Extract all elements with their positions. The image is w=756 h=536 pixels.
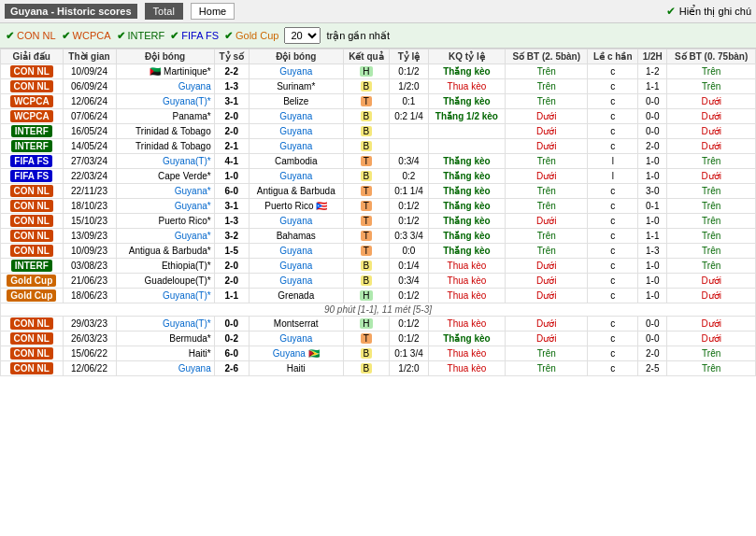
team1[interactable]: Guadeloupe(T)* bbox=[116, 274, 214, 289]
le-c: c bbox=[588, 199, 638, 214]
le-c: c bbox=[588, 229, 638, 244]
team1[interactable]: Guyana(T)* bbox=[116, 94, 214, 109]
team2[interactable]: Surinam* bbox=[249, 79, 343, 94]
league-badge[interactable]: CON NL bbox=[10, 347, 53, 360]
league-badge[interactable]: WCPCA bbox=[10, 110, 53, 122]
team2[interactable]: Guyana bbox=[249, 331, 343, 346]
match-score: 0-2 bbox=[214, 331, 249, 346]
team1[interactable]: Guyana(T)* bbox=[116, 317, 214, 331]
team2[interactable]: Guyana bbox=[249, 274, 343, 289]
team2[interactable]: Guyana bbox=[249, 259, 343, 274]
team2[interactable]: Grenada bbox=[249, 289, 343, 303]
team1[interactable]: Puerto Rico* bbox=[116, 214, 214, 229]
match-date: 15/10/23 bbox=[63, 214, 116, 229]
team1[interactable]: Guyana* bbox=[116, 229, 214, 244]
so-bt: Trên bbox=[506, 184, 588, 199]
league-badge[interactable]: INTERF bbox=[11, 125, 52, 137]
show-note-check: ✔ bbox=[666, 5, 676, 18]
tab-home[interactable]: Home bbox=[191, 3, 235, 20]
league-badge[interactable]: Gold Cup bbox=[7, 289, 56, 302]
wcpca-label[interactable]: WCPCA bbox=[73, 30, 111, 41]
gold-cup-label[interactable]: Gold Cup bbox=[235, 30, 278, 41]
so-bt2: Trên bbox=[667, 64, 756, 79]
team2[interactable]: Guyana bbox=[249, 64, 343, 79]
con-nl-label[interactable]: CON NL bbox=[17, 30, 56, 41]
team2[interactable]: Belize bbox=[249, 94, 343, 109]
match-score: 3-2 bbox=[214, 229, 249, 244]
match-result: T bbox=[343, 244, 389, 259]
match-ratio: 0:1 3/4 bbox=[390, 346, 429, 361]
team1[interactable]: Guyana(T)* bbox=[116, 289, 214, 303]
team1[interactable]: Haiti* bbox=[116, 346, 214, 361]
match-result: B bbox=[343, 109, 389, 124]
table-row: WCPCA07/06/24Panama*2-0GuyanaB0:2 1/4Thắ… bbox=[1, 109, 756, 124]
league-badge[interactable]: CON NL bbox=[10, 362, 53, 374]
interf-label[interactable]: INTERF bbox=[128, 30, 165, 41]
team1[interactable]: Trinidad & Tobago bbox=[116, 139, 214, 154]
league-badge[interactable]: CON NL bbox=[10, 185, 53, 197]
team2[interactable]: Bahamas bbox=[249, 229, 343, 244]
league-badge[interactable]: FIFA FS bbox=[10, 170, 52, 182]
team1[interactable]: Guyana(T)* bbox=[116, 154, 214, 169]
le-c: c bbox=[588, 79, 638, 94]
league-badge[interactable]: CON NL bbox=[10, 230, 53, 242]
kq-ratio bbox=[428, 139, 505, 154]
team1[interactable]: Guyana bbox=[116, 79, 214, 94]
league-badge[interactable]: WCPCA bbox=[10, 95, 53, 107]
match-date: 27/03/24 bbox=[63, 154, 116, 169]
league-badge[interactable]: FIFA FS bbox=[10, 155, 52, 167]
team1[interactable]: Guyana* bbox=[116, 199, 214, 214]
team1[interactable]: Guyana* bbox=[116, 184, 214, 199]
so-bt: Trên bbox=[506, 361, 588, 376]
team1[interactable]: Guyana bbox=[116, 361, 214, 376]
team1[interactable]: Trinidad & Tobago bbox=[116, 124, 214, 139]
team1[interactable]: Ethiopia(T)* bbox=[116, 259, 214, 274]
league-badge[interactable]: CON NL bbox=[10, 200, 53, 212]
team2[interactable]: Cambodia bbox=[249, 154, 343, 169]
team2[interactable]: Guyana bbox=[249, 109, 343, 124]
half-score: 1-0 bbox=[638, 289, 667, 303]
fifa-fs-label[interactable]: FIFA FS bbox=[181, 30, 219, 41]
league-badge[interactable]: INTERF bbox=[11, 140, 52, 152]
half-score: 3-0 bbox=[638, 184, 667, 199]
match-ratio: 0:1/2 bbox=[390, 331, 429, 346]
league-badge[interactable]: CON NL bbox=[10, 317, 53, 330]
team2[interactable]: Guyana bbox=[249, 169, 343, 184]
team2[interactable]: Guyana 🇬🇾 bbox=[249, 346, 343, 361]
match-result: H bbox=[343, 64, 389, 79]
match-result: H bbox=[343, 317, 389, 331]
league-badge[interactable]: CON NL bbox=[10, 245, 53, 257]
table-row: CON NL12/06/22Guyana2-6HaitiB1/2:0Thua k… bbox=[1, 361, 756, 376]
col-so-bt2: Số BT (0. 75bàn) bbox=[667, 49, 756, 64]
league-badge[interactable]: Gold Cup bbox=[7, 275, 56, 287]
team2[interactable]: Guyana bbox=[249, 139, 343, 154]
league-badge[interactable]: CON NL bbox=[10, 215, 53, 227]
team2[interactable]: Montserrat bbox=[249, 317, 343, 331]
match-score: 1-3 bbox=[214, 214, 249, 229]
so-bt2: Trên bbox=[667, 229, 756, 244]
team1[interactable]: Bermuda* bbox=[116, 331, 214, 346]
so-bt2: Trên bbox=[667, 361, 756, 376]
team1[interactable]: Cape Verde* bbox=[116, 169, 214, 184]
team2[interactable]: Guyana bbox=[249, 124, 343, 139]
league-badge[interactable]: INTERF bbox=[11, 260, 52, 272]
team1[interactable]: Panama* bbox=[116, 109, 214, 124]
team2[interactable]: Antigua & Barbuda bbox=[249, 184, 343, 199]
tab-total[interactable]: Total bbox=[145, 3, 183, 20]
so-bt: Dưới bbox=[506, 274, 588, 289]
team1[interactable]: 🇲🇶 Martinique* bbox=[116, 64, 214, 79]
kq-ratio: Thua kèo bbox=[428, 361, 505, 376]
league-badge[interactable]: CON NL bbox=[10, 332, 53, 345]
gold-cup-check: ✔ bbox=[224, 30, 233, 42]
table-row: Gold Cup18/06/23Guyana(T)*1-1GrenadaH0:1… bbox=[1, 289, 756, 303]
league-badge[interactable]: CON NL bbox=[10, 65, 53, 78]
table-row: CON NL13/09/23Guyana*3-2BahamasT0:3 3/4T… bbox=[1, 229, 756, 244]
team2[interactable]: Haiti bbox=[249, 361, 343, 376]
team1[interactable]: Antigua & Barbuda* bbox=[116, 244, 214, 259]
team2[interactable]: Guyana bbox=[249, 214, 343, 229]
team2[interactable]: Guyana bbox=[249, 244, 343, 259]
team2[interactable]: Puerto Rico 🇵🇷 bbox=[249, 199, 343, 214]
count-select[interactable]: 20 10 30 50 bbox=[284, 27, 321, 44]
league-badge[interactable]: CON NL bbox=[10, 80, 53, 92]
col-ratio: Tỷ lệ bbox=[390, 49, 429, 64]
